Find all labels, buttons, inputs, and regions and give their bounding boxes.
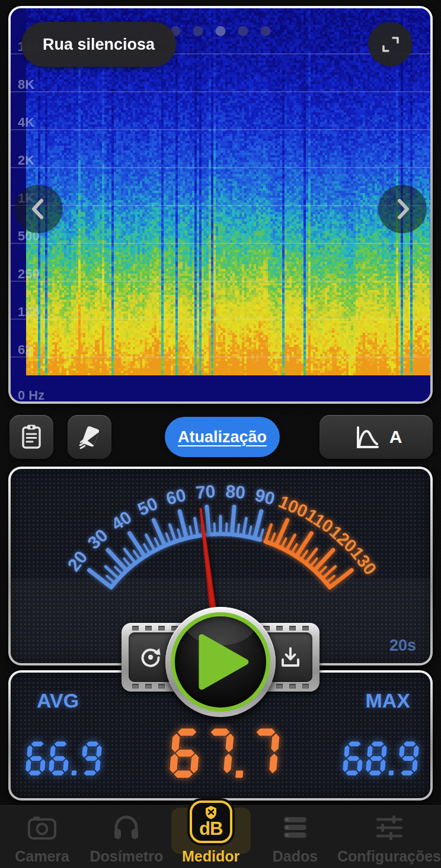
- freq-label: 4K: [18, 115, 34, 130]
- fullscreen-button[interactable]: [368, 22, 413, 66]
- perforations: [263, 626, 309, 631]
- play-icon: [197, 632, 250, 692]
- tab-dosimetro[interactable]: Dosímetro: [84, 806, 168, 868]
- tab-label: Medidor: [182, 848, 239, 865]
- update-button[interactable]: Atualização: [165, 417, 280, 457]
- svg-text:70: 70: [195, 481, 216, 503]
- freq-gridline: [11, 91, 430, 92]
- tab-camera[interactable]: Camera: [0, 806, 84, 868]
- play-button-face: [171, 612, 270, 712]
- current-value-display: [170, 727, 287, 783]
- page-dot: [261, 26, 271, 36]
- tab-configuracoes[interactable]: Configurações: [337, 806, 441, 868]
- chevron-right-icon: [391, 197, 414, 221]
- tab-label: Dosímetro: [90, 848, 164, 865]
- preset-pill[interactable]: Rua silenciosa: [21, 22, 176, 67]
- tab-label: Dados: [273, 848, 318, 865]
- tab-bar: Camera Dosímetro dB Medidor: [0, 805, 441, 868]
- page-dots[interactable]: [171, 26, 271, 36]
- seven-segment-digits: [24, 740, 108, 778]
- decibel-meter-app: 16K8K4K2K1K50025012562 0 Hz Rua silencio…: [0, 0, 441, 868]
- page-dot: [216, 26, 226, 36]
- chevron-left-icon: [27, 197, 50, 221]
- clipboard-icon: [17, 423, 46, 451]
- db-icon-text: dB: [199, 819, 222, 838]
- tab-label: Camera: [15, 848, 69, 865]
- avg-value-display: [24, 740, 108, 780]
- freq-gridline: [11, 356, 430, 358]
- preset-label: Rua silenciosa: [43, 36, 155, 54]
- svg-text:50: 50: [135, 493, 161, 519]
- tab-dados[interactable]: Dados: [253, 806, 337, 868]
- next-page-button[interactable]: [378, 185, 427, 233]
- update-label: Atualização: [178, 428, 267, 446]
- tab-medidor[interactable]: dB Medidor: [169, 806, 253, 868]
- reset-icon: [137, 644, 164, 671]
- sliders-icon: [374, 815, 405, 841]
- expand-icon: [378, 32, 403, 57]
- presets-button[interactable]: [68, 415, 111, 459]
- freq-label: 8K: [18, 77, 34, 92]
- weighting-button[interactable]: A: [319, 415, 433, 459]
- cards-icon: [75, 422, 104, 452]
- db-app-icon: dB: [190, 801, 232, 843]
- freq-label: 2K: [18, 153, 34, 168]
- avg-label: AVG: [37, 689, 79, 712]
- timer-label: 20s: [389, 636, 416, 655]
- save-icon: [277, 644, 304, 671]
- freq-gridline: [11, 129, 430, 130]
- seven-segment-digits: [341, 740, 426, 778]
- svg-text:20: 20: [63, 547, 91, 575]
- prev-page-button[interactable]: [14, 185, 63, 233]
- frequency-origin-label: 0 Hz: [18, 388, 44, 401]
- spectrogram-panel: 16K8K4K2K1K50025012562 0 Hz Rua silencio…: [8, 6, 433, 404]
- weighting-curve-icon: [350, 422, 381, 452]
- freq-gridline: [11, 205, 430, 206]
- play-button[interactable]: [165, 607, 276, 717]
- report-button[interactable]: [9, 415, 53, 459]
- seven-segment-digits: [170, 727, 287, 780]
- page-dot: [238, 26, 248, 36]
- freq-label: 62: [18, 342, 32, 358]
- freq-gridline: [11, 243, 430, 244]
- max-label: MAX: [365, 689, 410, 712]
- svg-text:60: 60: [164, 485, 188, 509]
- freq-gridline: [11, 319, 430, 320]
- list-icon: [280, 815, 310, 841]
- page-dot: [193, 26, 203, 36]
- freq-gridline: [11, 281, 430, 282]
- spectrogram-view[interactable]: 16K8K4K2K1K50025012562 0 Hz Rua silencio…: [11, 8, 430, 401]
- shield-icon: [204, 805, 218, 819]
- perforations: [132, 626, 178, 631]
- svg-text:40: 40: [108, 507, 135, 534]
- headphones-icon: [111, 814, 141, 841]
- svg-text:80: 80: [225, 481, 246, 503]
- svg-text:90: 90: [253, 485, 277, 509]
- freq-label: 125: [18, 304, 40, 320]
- freq-label: 250: [18, 266, 40, 282]
- max-value-display: [341, 740, 426, 780]
- camera-icon: [27, 815, 57, 841]
- freq-gridline: [11, 167, 430, 168]
- weighting-label: A: [389, 427, 402, 447]
- tab-label: Configurações: [337, 848, 441, 865]
